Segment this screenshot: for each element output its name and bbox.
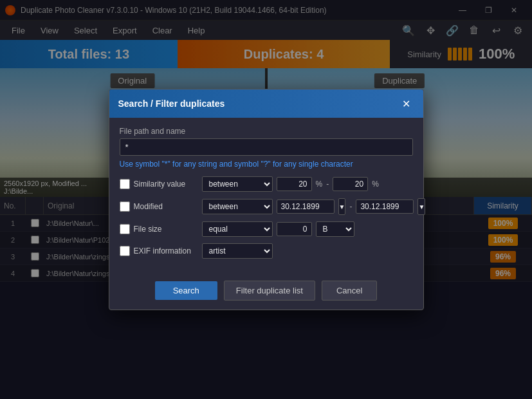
filesize-value[interactable]	[277, 222, 312, 236]
filesize-checkbox[interactable]	[120, 224, 130, 234]
modified-dash: -	[349, 202, 352, 211]
exif-filter-label: EXIF information	[134, 246, 198, 255]
exif-checkbox[interactable]	[120, 246, 130, 256]
search-button[interactable]: Search	[155, 281, 217, 300]
modified-date1-picker[interactable]: ▼	[338, 198, 346, 215]
modal-header: Search / Filter duplicates ✕	[109, 89, 423, 118]
filter-duplicate-list-button[interactable]: Filter duplicate list	[224, 281, 315, 301]
exif-filter-row: EXIF information artistcameradategpscopy…	[120, 243, 413, 259]
modified-operator-select[interactable]: betweenequalbeforeafter	[202, 199, 273, 214]
similarity-unit2: %	[372, 180, 379, 189]
similarity-filter-label: Similarity value	[134, 180, 198, 189]
filesize-operator-select[interactable]: equalless thangreater than	[202, 221, 273, 237]
modal-body: File path and name Use symbol "*" for an…	[109, 118, 423, 274]
modal-title: Search / Filter duplicates	[118, 98, 225, 109]
modified-filter-row: Modified betweenequalbeforeafter ▼ - ▼	[120, 198, 413, 215]
filesize-filter-row: File size equalless thangreater than BKB…	[120, 221, 413, 237]
filepath-input[interactable]	[120, 138, 413, 156]
similarity-checkbox[interactable]	[120, 179, 130, 189]
similarity-value1[interactable]	[277, 177, 312, 191]
modified-filter-label: Modified	[134, 202, 198, 211]
filesize-filter-label: File size	[134, 225, 198, 234]
exif-operator-select[interactable]: artistcameradategpscopyright	[202, 243, 273, 259]
filesize-unit-select[interactable]: BKBMBGB	[316, 221, 354, 237]
similarity-filter-row: Similarity value betweenequalless thangr…	[120, 176, 413, 192]
similarity-dash: -	[326, 180, 329, 189]
similarity-value2[interactable]	[333, 177, 368, 191]
filepath-label: File path and name	[120, 127, 413, 136]
modified-date2-picker[interactable]: ▼	[417, 198, 425, 215]
modal-footer: Search Filter duplicate list Cancel	[109, 274, 423, 310]
modified-date2[interactable]	[356, 200, 414, 214]
modified-checkbox[interactable]	[120, 201, 130, 212]
modal-close-button[interactable]: ✕	[399, 96, 414, 111]
cancel-button[interactable]: Cancel	[322, 281, 377, 301]
similarity-operator-select[interactable]: betweenequalless thangreater than	[202, 176, 273, 192]
hint-text: Use symbol "*" for any string and symbol…	[120, 160, 413, 169]
modal-overlay: Search / Filter duplicates ✕ File path a…	[0, 0, 532, 399]
modified-date1[interactable]	[277, 200, 335, 214]
search-filter-modal: Search / Filter duplicates ✕ File path a…	[109, 89, 424, 310]
similarity-unit1: %	[316, 180, 323, 189]
